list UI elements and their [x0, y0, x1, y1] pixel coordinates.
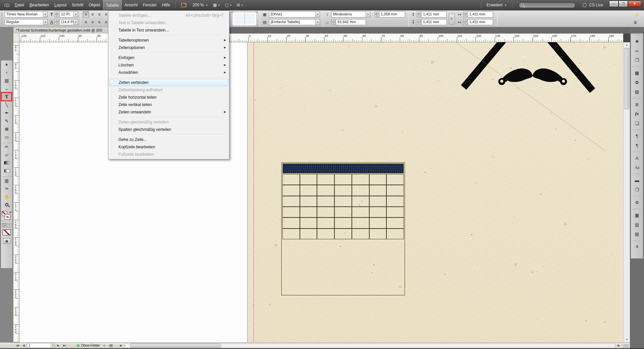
bridge-button[interactable]: Br [180, 2, 187, 8]
page-number-dropdown[interactable]: 1 ▼ [27, 343, 55, 348]
glyphs-panel-icon[interactable]: Aa [632, 163, 642, 172]
align-center-button[interactable]: ≡ [90, 11, 96, 17]
view-options-button[interactable]: ▦ ▼ [211, 3, 222, 7]
swap-fill-stroke-icon[interactable]: ⇄ [9, 211, 12, 214]
table-cell[interactable] [369, 174, 387, 185]
leading-stepper[interactable]: ▲ ▼ [55, 19, 58, 25]
stepper-up-icon[interactable]: ▲ [463, 19, 467, 22]
menu-item-spalten-gleichm-ig-verteilen[interactable]: Spalten gleichmäßig verteilen [108, 126, 229, 133]
table-cell[interactable] [386, 229, 404, 239]
table-cell[interactable] [300, 174, 317, 185]
table-cell[interactable] [352, 196, 369, 207]
inset-right-stepper[interactable]: ▲ ▼ [463, 11, 467, 17]
menu-item-tabellenoptionen[interactable]: Tabellenoptionen▶ [108, 37, 229, 44]
inset-right-field[interactable]: 1,411 mm [468, 11, 493, 17]
menu-bearbeiten[interactable]: Bearbeiten [27, 0, 52, 10]
table-cell[interactable] [352, 185, 369, 196]
table-cell[interactable] [300, 196, 317, 207]
stepper-down-icon[interactable]: ▼ [55, 14, 58, 17]
formatting-affects-text-button[interactable]: T [7, 223, 12, 228]
zoom-tool[interactable]: ◯ [2, 201, 12, 209]
table-cell[interactable] [300, 217, 317, 228]
menu-item-gehe-zu-zeile[interactable]: Gehe zu Zeile... [108, 136, 229, 143]
table-style-dropdown[interactable]: [Ohne] ▼ [269, 11, 320, 17]
menu-datei[interactable]: Datei [12, 0, 27, 10]
stepper-down-icon[interactable]: ▼ [375, 14, 378, 17]
menu-item-l-schen[interactable]: Löschen▶ [108, 61, 229, 69]
workspace-switcher[interactable]: Erweitert ▼ [483, 3, 510, 7]
paragraph-styles-panel-icon[interactable]: ¶ [632, 141, 642, 150]
page[interactable] [247, 42, 623, 342]
quick-apply-icon[interactable]: ⚡ [634, 12, 639, 17]
stepper-up-icon[interactable]: ▲ [55, 19, 58, 22]
pencil-tool[interactable]: ✎ [2, 117, 12, 125]
table-cell[interactable] [282, 229, 300, 239]
inset-bottom-field[interactable]: 1,411 mm [421, 19, 447, 25]
table-cell[interactable] [352, 217, 369, 228]
first-page-button[interactable]: |◀ [14, 344, 20, 347]
menu-ansicht[interactable]: Ansicht [122, 0, 140, 10]
stepper-down-icon[interactable]: ▼ [417, 14, 421, 17]
menu-item-zelle-horizontal-teilen[interactable]: Zelle horizontal teilen [108, 94, 229, 101]
minimize-button[interactable]: — [609, 1, 619, 7]
table-cell[interactable] [386, 174, 404, 185]
stepper-up-icon[interactable]: ▲ [55, 11, 58, 14]
preflight-menu-icon[interactable]: ▤ [109, 343, 113, 348]
scroll-down-icon[interactable]: ▼ [624, 337, 630, 342]
frame-tool[interactable]: ⊠ [2, 125, 12, 133]
line-tool[interactable]: ╲ [2, 101, 12, 109]
menu-tabelle[interactable]: Tabelle [103, 0, 122, 10]
row-height-mode-dropdown[interactable]: Mindestens ▼ [331, 11, 370, 17]
margin-guide[interactable] [254, 42, 254, 342]
effects-panel-icon[interactable]: fx [632, 109, 642, 118]
data-merge-panel-icon[interactable]: ⚙ [632, 198, 642, 207]
table-cell[interactable] [386, 185, 404, 196]
menu-item-zeilen-umwandeln[interactable]: Zeilen umwandeln▶ [108, 108, 229, 116]
table-cell[interactable] [334, 217, 352, 228]
rectangle-tool[interactable]: ▭ [2, 133, 12, 141]
scroll-right-icon[interactable]: ▶ [616, 344, 621, 347]
page-tool[interactable]: ▤ [2, 77, 12, 85]
table-panel-icon[interactable]: ▦ [632, 211, 642, 219]
pathfinder-panel-icon[interactable]: ❒ [632, 185, 642, 194]
table-cell[interactable] [317, 229, 334, 239]
row-height-stepper[interactable]: ▲ ▼ [375, 11, 378, 17]
zoom-level-dropdown[interactable]: 200 % ▼ [190, 3, 211, 7]
stepper-up-icon[interactable]: ▲ [375, 11, 378, 14]
free-transform-tool[interactable]: ▱ [2, 151, 12, 159]
table-cell[interactable] [282, 207, 300, 217]
table-cell[interactable] [334, 196, 352, 207]
stepper-down-icon[interactable]: ▼ [55, 22, 58, 25]
table-cell[interactable] [317, 174, 334, 185]
panel-drag-handle[interactable] [1, 12, 3, 26]
table-cell[interactable] [369, 207, 387, 217]
next-page-button[interactable]: ▶ [55, 344, 61, 347]
screen-mode-button[interactable]: ▢ ▼ [222, 3, 234, 7]
mustache-graphic[interactable] [495, 66, 570, 87]
leading-dropdown[interactable]: (14,4 Pt) ▼ [59, 19, 78, 25]
table-cell[interactable] [282, 174, 300, 185]
font-style-dropdown[interactable]: Regular ▼ [5, 19, 48, 25]
gradient-panel-icon[interactable]: ▧ [632, 87, 642, 96]
vertical-scrollbar[interactable]: ▲ ▼ [623, 42, 630, 342]
close-button[interactable]: ✕ [628, 1, 641, 7]
justify-center-button[interactable]: ≡ [90, 19, 96, 25]
table-cell[interactable] [282, 196, 300, 207]
stroke-panel-icon[interactable]: ≣ [632, 100, 642, 109]
table-cell[interactable] [300, 207, 317, 217]
arrange-documents-button[interactable]: ⊞ ▼ [234, 3, 246, 7]
menu-item-ausw-hlen[interactable]: Auswählen▶ [108, 69, 229, 76]
table-cell[interactable] [300, 185, 317, 196]
table-cell[interactable] [334, 185, 352, 196]
stepper-down-icon[interactable]: ▼ [463, 22, 467, 25]
gap-tool[interactable]: ↔ [2, 85, 12, 93]
table-cell[interactable] [386, 196, 404, 207]
cell-styles-panel-icon[interactable]: ▤ [632, 230, 642, 238]
table-cell[interactable] [300, 229, 317, 239]
table-cell[interactable] [317, 217, 334, 228]
cell-style-dropdown[interactable]: [Einfache Tabelle] ▼ [269, 19, 320, 25]
table-cell[interactable] [352, 174, 369, 185]
eyedropper-tool[interactable]: ✑ [2, 185, 12, 193]
table-cell[interactable] [317, 185, 334, 196]
scroll-left-icon[interactable]: ◀ [118, 344, 123, 347]
